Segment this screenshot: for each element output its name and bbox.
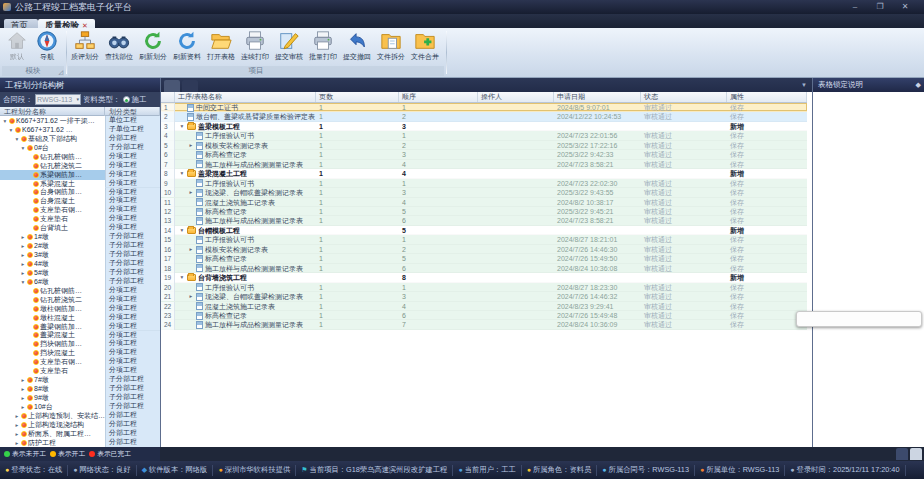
tree-node[interactable]: 支座垫石 分项工程 [0, 366, 160, 375]
tree-node[interactable]: 台背填土 分项工程 [0, 223, 160, 232]
col-attr[interactable]: 属性 [727, 92, 807, 102]
tree-expander-icon[interactable]: ▾ [20, 279, 26, 285]
tree-node[interactable]: 支座垫石 分项工程 [0, 214, 160, 223]
tree-node[interactable]: ▸ 7#墩 子分部工程 [0, 375, 160, 384]
menu-item[interactable] [912, 14, 922, 28]
tree-node[interactable]: ▸ 4#墩 子分部工程 [0, 259, 160, 268]
table-row[interactable]: 4 工序报验认可书 1 1 2024/7/23 22:01:56 审核通过 保存 [161, 131, 807, 140]
col-seq[interactable]: 顺序 [399, 92, 478, 102]
tree-node[interactable]: 台身混凝土 分项工程 [0, 196, 160, 205]
tree-expander-icon[interactable]: ▸ [14, 413, 20, 419]
ribbon-button[interactable]: 提交撤回 [340, 29, 374, 67]
row-expander-icon[interactable]: ▸ [188, 292, 194, 301]
ribbon-button[interactable]: 批量打印 [306, 29, 340, 67]
tree-expander-icon[interactable]: ▸ [20, 261, 26, 267]
ribbon-button[interactable]: 打开表格 [204, 29, 238, 67]
table-row[interactable]: 9 工序报验认可书 1 1 2024/7/23 22:02:30 审核通过 保存 [161, 179, 807, 188]
table-row[interactable]: 8 ▾ 盖梁混凝土工程 1 4 新增 [161, 169, 807, 178]
ribbon-button[interactable]: 连续打印 [238, 29, 272, 67]
tree-node[interactable]: ▾ 基础及下部结构 分部工程 [0, 134, 160, 143]
menu-item[interactable] [882, 14, 892, 28]
table-row[interactable]: 15 工序报验认可书 1 1 2024/8/27 18:21:01 审核通过 保… [161, 235, 807, 244]
content-tab[interactable] [164, 80, 180, 92]
tree-expander-icon[interactable]: ▸ [20, 404, 26, 410]
tree-expander-icon[interactable]: ▸ [20, 234, 26, 240]
menu-item[interactable] [902, 14, 912, 28]
tree-node[interactable]: 系梁钢筋加… 分项工程 [0, 170, 160, 179]
tree-node[interactable]: 墩柱混凝土 分项工程 [0, 313, 160, 322]
tree-node[interactable]: ▸ 5#墩 子分部工程 [0, 268, 160, 277]
table-row[interactable]: 16 ▸ 模板安装检测记录表 1 2 2024/7/26 14:46:30 审核… [161, 245, 807, 254]
row-expander-icon[interactable]: ▾ [179, 226, 185, 235]
tree-node[interactable]: 钻孔桩钢筋… 分项工程 [0, 152, 160, 161]
menu-item[interactable] [872, 14, 882, 28]
tree-node[interactable]: 挡块钢筋加… 分项工程 [0, 339, 160, 348]
pin-icon[interactable]: ◆ [916, 78, 921, 92]
tree-expander-icon[interactable]: ▾ [8, 127, 14, 133]
menu-item[interactable] [892, 14, 902, 28]
table-row[interactable]: 3 ▾ 盖梁模板工程 1 3 新增 [161, 122, 807, 131]
tree-node[interactable]: 支座垫石钢… 分项工程 [0, 357, 160, 366]
ribbon-button[interactable]: 质评划分 [68, 29, 102, 67]
tree-node[interactable]: 钻孔桩浇筑二 分项工程 [0, 161, 160, 170]
tree-node[interactable]: ▸ 桥面系、附属工程… 分部工程 [0, 429, 160, 438]
tree-node[interactable]: ▸ 3#墩 子分部工程 [0, 250, 160, 259]
row-expander-icon[interactable]: ▸ [188, 188, 194, 197]
tree-node[interactable]: ▸ 上部构造预制、安装结… 分部工程 [0, 411, 160, 420]
ribbon-button[interactable]: 导航 [32, 29, 62, 67]
table-row[interactable]: 1 中间交工证书 1 1 2024/8/5 9:07:01 审核通过 保存 [161, 103, 807, 112]
tree-node[interactable]: ▾ 0#台 子分部工程 [0, 143, 160, 152]
dock-tab[interactable] [910, 448, 922, 460]
ribbon-button[interactable]: 默认 [2, 29, 32, 67]
tree-expander-icon[interactable]: ▸ [14, 440, 20, 446]
ribbon-button[interactable]: 文件合并 [408, 29, 442, 67]
col-status[interactable]: 状态 [641, 92, 727, 102]
table-row[interactable]: 6 标高检查记录 1 3 2025/3/22 9:42:33 审核通过 保存 [161, 150, 807, 159]
col-operator[interactable]: 操作人 [478, 92, 554, 102]
table-row[interactable]: 23 标高检查记录 1 6 2024/7/26 15:49:48 审核通过 保存 [161, 311, 807, 320]
table-row[interactable]: 12 标高检查记录 1 5 2025/3/22 9:45:21 审核通过 保存 [161, 207, 807, 216]
tree-expander-icon[interactable]: ▸ [14, 431, 20, 437]
table-row[interactable]: 13 施工放样与成品检测测量记录表 1 6 2024/7/23 8:58:21 … [161, 216, 807, 225]
datatype-radio[interactable] [123, 96, 130, 103]
tree-node[interactable]: 支座垫石钢… 分项工程 [0, 205, 160, 214]
table-row[interactable]: 22 混凝土浇筑施工记录表 1 4 2024/8/23 9:29:41 审核通过… [161, 302, 807, 311]
tree-node[interactable]: ▸ 10#台 子分部工程 [0, 402, 160, 411]
table-row[interactable]: 2 墩台帽、盖梁或悬臂梁质量检验评定表 1 2 2024/12/22 10:24… [161, 112, 807, 121]
tree-expander-icon[interactable]: ▸ [20, 243, 26, 249]
ribbon-button[interactable]: 查找部位 [102, 29, 136, 67]
tree-node[interactable]: ▸ 防护工程 分部工程 [0, 438, 160, 447]
tree-expander-icon[interactable]: ▸ [20, 252, 26, 258]
tree-expander-icon[interactable]: ▸ [20, 377, 26, 383]
table-row[interactable]: 5 ▸ 模板安装检测记录表 1 2 2025/3/22 17:22:16 审核通… [161, 141, 807, 150]
tree-node[interactable]: ▸ 9#墩 子分部工程 [0, 393, 160, 402]
row-expander-icon[interactable]: ▾ [179, 273, 185, 282]
tree-node[interactable]: 钻孔桩浇筑二 分项工程 [0, 295, 160, 304]
dialog-launcher-icon[interactable]: ◿ [58, 68, 63, 75]
ribbon-button[interactable]: 提交审核 [272, 29, 306, 67]
col-pages[interactable]: 页数 [316, 92, 399, 102]
table-row[interactable]: 10 ▸ 现浇梁、台帽或盖梁检测记录表 1 3 2025/3/22 9:43:5… [161, 188, 807, 197]
tree-node[interactable]: ▾ K667+371.62 一排干渠… 单位工程 [0, 116, 160, 125]
row-expander-icon[interactable]: ▸ [188, 245, 194, 254]
tree-node[interactable]: ▸ 2#墩 子分部工程 [0, 241, 160, 250]
table-row[interactable]: 20 工序报验认可书 1 1 2024/8/27 18:23:30 审核通过 保… [161, 283, 807, 292]
contract-select[interactable]: RWSG-113 ▾ [35, 94, 81, 105]
close-button[interactable]: ✕ [896, 1, 914, 12]
tree-node[interactable]: 系梁混凝土 分项工程 [0, 179, 160, 188]
tree-expander-icon[interactable]: ▾ [14, 136, 20, 142]
tree-node[interactable]: ▸ 8#墩 子分部工程 [0, 384, 160, 393]
tree-expander-icon[interactable]: ▸ [14, 422, 20, 428]
table-row[interactable]: 11 混凝土浇筑施工记录表 1 4 2024/8/2 10:38:17 审核通过… [161, 198, 807, 207]
row-expander-icon[interactable]: ▾ [179, 122, 185, 131]
tree-node[interactable]: 钻孔桩钢筋… 分项工程 [0, 286, 160, 295]
tree-expander-icon[interactable]: ▾ [2, 118, 8, 124]
row-expander-icon[interactable]: ▸ [188, 141, 194, 150]
tree-node[interactable]: ▾ K667+371.62 … 子单位工程 [0, 125, 160, 134]
tree-node[interactable]: ▸ 1#墩 子分部工程 [0, 232, 160, 241]
content-tab[interactable] [182, 80, 198, 92]
tree-node[interactable]: 挡块混凝土 分项工程 [0, 348, 160, 357]
ribbon-button[interactable]: 文件拆分 [374, 29, 408, 67]
tree-expander-icon[interactable]: ▾ [20, 145, 26, 151]
tree-node[interactable]: 墩柱钢筋加… 分项工程 [0, 304, 160, 313]
